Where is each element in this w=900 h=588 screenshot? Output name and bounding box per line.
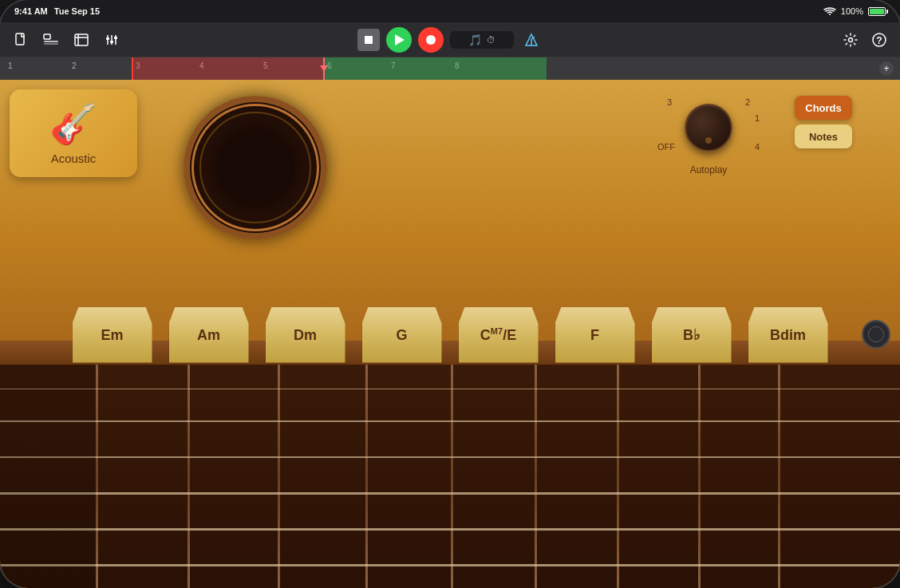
play-icon (395, 34, 405, 45)
soundhole-ring-2 (199, 112, 311, 223)
instrument-card[interactable]: 🎸 Acoustic (10, 89, 137, 177)
chord-cm7e[interactable]: CM7/E (456, 305, 540, 365)
chord-am[interactable]: Am (167, 305, 251, 365)
ipad-frame: 9:41 AM Tue Sep 15 100% (0, 0, 900, 588)
add-track-button[interactable]: + (879, 61, 894, 76)
tracks-icon (43, 34, 59, 46)
knob-container: 1 2 3 OFF 4 (677, 96, 740, 160)
svg-point-16 (849, 37, 853, 41)
svg-rect-10 (106, 37, 109, 40)
tracks-button[interactable] (40, 29, 62, 51)
svg-rect-4 (75, 34, 88, 45)
help-icon: ? (871, 32, 887, 48)
svg-rect-12 (114, 37, 117, 39)
notes-button[interactable]: Notes (795, 124, 852, 148)
fretboard[interactable] (0, 365, 900, 588)
metronome-icon (524, 33, 539, 47)
chord-cm7e-label: CM7/E (480, 327, 516, 342)
mode-buttons: Chords Notes (795, 96, 852, 148)
string-5 (0, 528, 900, 531)
chord-bdim[interactable]: Bdim (746, 305, 830, 365)
battery-label: 100% (841, 6, 863, 16)
chords-row: Em Am Dm G CM7/E (0, 305, 900, 365)
string-1 (0, 389, 900, 389)
mixer-button[interactable] (101, 29, 123, 51)
string-3 (0, 456, 900, 458)
string-6 (0, 564, 900, 566)
metronome-button[interactable] (520, 29, 543, 51)
document-icon (14, 33, 28, 47)
svg-rect-2 (44, 41, 58, 42)
status-date: Tue Sep 15 (54, 6, 100, 16)
status-right: 100% (823, 6, 886, 16)
stop-button[interactable] (357, 29, 380, 51)
chords-button[interactable]: Chords (795, 96, 852, 120)
tempo-icon: 🎵 (468, 34, 482, 46)
instrument-name: Acoustic (51, 152, 97, 165)
guitar-icon: 🎸 (49, 102, 97, 147)
toolbar-center: 🎵 ⏱ (357, 27, 543, 53)
tempo-value: ⏱ (487, 35, 495, 45)
autoplay-knob[interactable] (685, 104, 732, 152)
knob-dot (705, 137, 712, 144)
home-button[interactable] (862, 320, 890, 349)
chord-g[interactable]: G (360, 305, 444, 365)
mixer-icon (105, 34, 119, 46)
chord-f-label: F (590, 328, 599, 342)
chord-dm-label: Dm (294, 328, 317, 342)
record-icon (426, 35, 436, 45)
battery-icon (868, 7, 886, 16)
chord-em[interactable]: Em (70, 305, 154, 365)
string-lines (0, 365, 900, 588)
gear-icon (843, 33, 858, 47)
browser-button[interactable] (70, 29, 93, 51)
browser-icon (74, 34, 89, 46)
toolbar-right: ? (839, 29, 890, 51)
chord-dm[interactable]: Dm (263, 305, 347, 365)
string-4 (0, 492, 900, 495)
recorded-region (132, 57, 323, 80)
ruler-mark-1: 1 (8, 61, 13, 70)
timeline[interactable]: 1 2 3 4 5 6 7 8 + (0, 57, 900, 80)
stop-icon (365, 36, 373, 44)
chord-em-label: Em (101, 328, 123, 342)
battery-fill (870, 9, 884, 14)
svg-rect-0 (16, 34, 24, 45)
chord-f[interactable]: F (553, 305, 637, 365)
status-bar: 9:41 AM Tue Sep 15 100% (0, 0, 900, 22)
status-time: 9:41 AM (14, 6, 48, 16)
main-content: 🎸 Acoustic 1 2 3 OFF 4 (0, 80, 900, 588)
settings-button[interactable] (839, 29, 862, 51)
fret-section-0 (0, 365, 96, 588)
loop-region (323, 57, 547, 80)
record-button[interactable] (418, 27, 444, 53)
toolbar: 🎵 ⏱ ? (0, 22, 900, 57)
tempo-display[interactable]: 🎵 ⏱ (450, 31, 514, 49)
chord-g-label: G (396, 328, 407, 342)
playhead-triangle (320, 65, 328, 72)
new-song-button[interactable] (10, 29, 32, 51)
svg-text:?: ? (876, 35, 882, 46)
guitar-soundhole-area (144, 88, 367, 247)
autoplay-label: Autoplay (690, 164, 728, 176)
wifi-icon (823, 6, 836, 16)
ruler-mark-2: 2 (72, 61, 77, 70)
home-button-inner (868, 326, 884, 342)
string-2 (0, 420, 900, 422)
svg-rect-11 (110, 41, 113, 43)
chord-bb[interactable]: B♭ (649, 305, 733, 365)
autoplay-section: 1 2 3 OFF 4 Autoplay (677, 96, 740, 176)
help-button[interactable]: ? (868, 29, 890, 51)
chord-bdim-label: Bdim (770, 328, 806, 342)
chord-am-label: Am (197, 328, 220, 342)
soundhole (184, 96, 327, 239)
play-button[interactable] (386, 27, 412, 53)
svg-rect-1 (44, 34, 50, 39)
svg-rect-3 (44, 43, 58, 45)
chord-bb-label: B♭ (683, 328, 700, 342)
